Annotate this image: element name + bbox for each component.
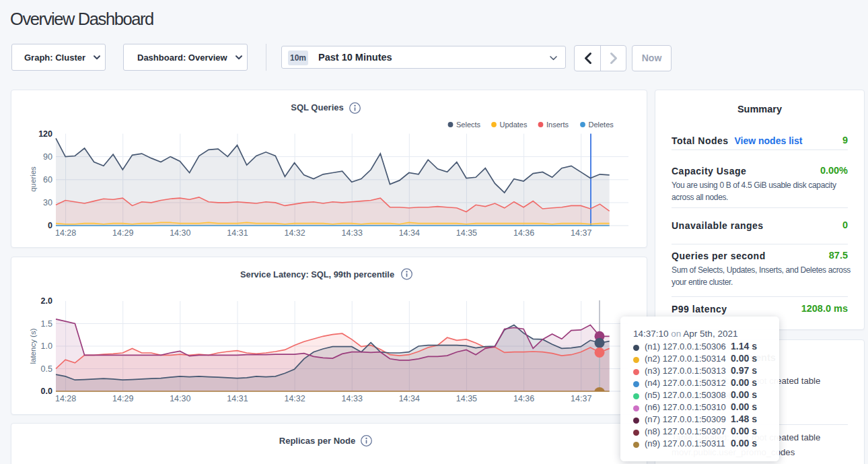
svg-text:14:30: 14:30 (170, 228, 190, 238)
svg-text:0.0: 0.0 (41, 387, 52, 396)
svg-text:120: 120 (38, 129, 52, 139)
svg-text:14:34: 14:34 (399, 228, 420, 238)
svg-text:1.0: 1.0 (41, 341, 52, 351)
svg-text:14:28: 14:28 (55, 394, 76, 403)
svg-text:14:29: 14:29 (112, 394, 133, 403)
svg-text:14:35: 14:35 (456, 394, 477, 403)
svg-text:0: 0 (48, 221, 52, 230)
svg-text:14:31: 14:31 (227, 228, 248, 238)
svg-text:90: 90 (43, 152, 52, 162)
svg-text:14:36: 14:36 (513, 228, 534, 238)
svg-text:Selects: Selects (456, 121, 481, 129)
svg-text:queries: queries (29, 166, 37, 192)
svg-text:14:29: 14:29 (112, 228, 133, 238)
svg-text:14:34: 14:34 (399, 394, 420, 403)
svg-text:14:32: 14:32 (284, 228, 305, 238)
svg-text:latency (s): latency (s) (29, 328, 37, 364)
svg-text:14:33: 14:33 (342, 228, 363, 238)
svg-text:14:33: 14:33 (342, 394, 363, 403)
svg-text:14:31: 14:31 (227, 394, 248, 403)
svg-text:14:35: 14:35 (456, 228, 477, 238)
svg-text:0.5: 0.5 (41, 364, 52, 374)
svg-text:30: 30 (43, 198, 52, 207)
svg-text:14:32: 14:32 (284, 394, 305, 403)
svg-text:60: 60 (43, 175, 52, 185)
svg-text:14:36: 14:36 (513, 394, 534, 403)
svg-text:14:28: 14:28 (55, 228, 76, 238)
svg-text:14:37: 14:37 (571, 228, 591, 238)
svg-text:Inserts: Inserts (546, 121, 569, 129)
svg-text:14:30: 14:30 (170, 394, 190, 403)
svg-text:Service Latency: SQL, 99th per: Service Latency: SQL, 99th percentile (240, 269, 394, 279)
svg-text:1.5: 1.5 (41, 319, 52, 329)
svg-text:14:37: 14:37 (571, 394, 591, 403)
svg-text:Updates: Updates (500, 121, 528, 129)
svg-text:2.0: 2.0 (41, 296, 52, 306)
svg-text:Deletes: Deletes (589, 121, 614, 129)
svg-text:Replicas per Node: Replicas per Node (279, 436, 355, 446)
svg-text:SQL Queries: SQL Queries (291, 102, 344, 112)
